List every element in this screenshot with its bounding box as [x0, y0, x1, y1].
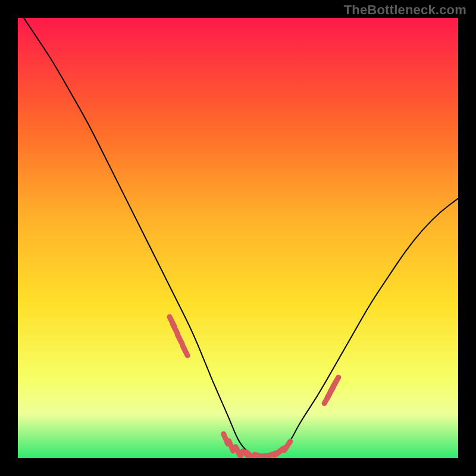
chart-gradient-bg: [18, 18, 458, 458]
chart-frame: TheBottleneck.com: [0, 0, 476, 476]
bottleneck-chart: [0, 0, 476, 476]
watermark-text: TheBottleneck.com: [344, 2, 466, 18]
